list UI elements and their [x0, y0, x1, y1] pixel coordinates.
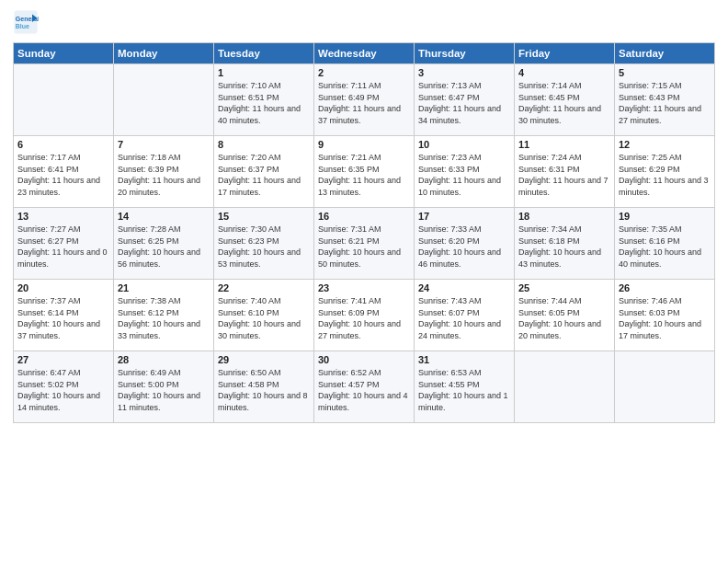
- svg-text:Blue: Blue: [16, 23, 29, 29]
- day-info: Sunrise: 7:44 AM Sunset: 6:05 PM Dayligh…: [518, 295, 610, 341]
- day-cell: 19Sunrise: 7:35 AM Sunset: 6:16 PM Dayli…: [615, 208, 715, 280]
- day-info: Sunrise: 7:27 AM Sunset: 6:27 PM Dayligh…: [17, 224, 109, 270]
- day-cell: 31Sunrise: 6:53 AM Sunset: 4:55 PM Dayli…: [415, 351, 515, 423]
- day-info: Sunrise: 6:50 AM Sunset: 4:58 PM Dayligh…: [218, 367, 310, 413]
- header-row: SundayMondayTuesdayWednesdayThursdayFrid…: [14, 43, 715, 64]
- day-number: 15: [218, 211, 310, 222]
- header: General Blue: [13, 9, 715, 35]
- col-header-thursday: Thursday: [415, 43, 515, 64]
- day-number: 3: [418, 67, 510, 78]
- day-number: 5: [619, 67, 711, 78]
- day-info: Sunrise: 6:53 AM Sunset: 4:55 PM Dayligh…: [418, 367, 510, 413]
- day-info: Sunrise: 7:43 AM Sunset: 6:07 PM Dayligh…: [418, 295, 510, 341]
- day-number: 28: [118, 354, 210, 365]
- col-header-sunday: Sunday: [14, 43, 114, 64]
- day-number: 30: [318, 354, 410, 365]
- day-info: Sunrise: 7:17 AM Sunset: 6:41 PM Dayligh…: [17, 152, 109, 198]
- day-cell: 25Sunrise: 7:44 AM Sunset: 6:05 PM Dayli…: [515, 280, 615, 351]
- week-row-5: 27Sunrise: 6:47 AM Sunset: 5:02 PM Dayli…: [14, 351, 715, 423]
- day-info: Sunrise: 7:31 AM Sunset: 6:21 PM Dayligh…: [318, 224, 410, 270]
- week-row-3: 13Sunrise: 7:27 AM Sunset: 6:27 PM Dayli…: [14, 208, 715, 280]
- day-info: Sunrise: 6:47 AM Sunset: 5:02 PM Dayligh…: [17, 367, 109, 413]
- day-cell: 5Sunrise: 7:15 AM Sunset: 6:43 PM Daylig…: [615, 64, 715, 136]
- day-cell: 10Sunrise: 7:23 AM Sunset: 6:33 PM Dayli…: [415, 136, 515, 208]
- day-cell: 8Sunrise: 7:20 AM Sunset: 6:37 PM Daylig…: [214, 136, 314, 208]
- day-cell: 24Sunrise: 7:43 AM Sunset: 6:07 PM Dayli…: [415, 280, 515, 351]
- calendar-table: SundayMondayTuesdayWednesdayThursdayFrid…: [13, 42, 715, 423]
- day-info: Sunrise: 7:46 AM Sunset: 6:03 PM Dayligh…: [619, 295, 711, 341]
- day-info: Sunrise: 6:49 AM Sunset: 5:00 PM Dayligh…: [118, 367, 210, 413]
- day-cell: 20Sunrise: 7:37 AM Sunset: 6:14 PM Dayli…: [14, 280, 114, 351]
- day-number: 25: [518, 282, 610, 293]
- day-number: 16: [318, 211, 410, 222]
- day-number: 9: [318, 139, 410, 150]
- day-info: Sunrise: 7:28 AM Sunset: 6:25 PM Dayligh…: [118, 224, 210, 270]
- day-number: 7: [118, 139, 210, 150]
- day-number: 1: [218, 67, 310, 78]
- logo-icon: General Blue: [13, 9, 39, 35]
- day-cell: 7Sunrise: 7:18 AM Sunset: 6:39 PM Daylig…: [114, 136, 214, 208]
- day-number: 23: [318, 282, 410, 293]
- day-number: 18: [518, 211, 610, 222]
- day-cell: 27Sunrise: 6:47 AM Sunset: 5:02 PM Dayli…: [14, 351, 114, 423]
- day-info: Sunrise: 7:23 AM Sunset: 6:33 PM Dayligh…: [418, 152, 510, 198]
- week-row-2: 6Sunrise: 7:17 AM Sunset: 6:41 PM Daylig…: [14, 136, 715, 208]
- col-header-saturday: Saturday: [615, 43, 715, 64]
- day-number: 19: [619, 211, 711, 222]
- day-cell: 26Sunrise: 7:46 AM Sunset: 6:03 PM Dayli…: [615, 280, 715, 351]
- day-info: Sunrise: 7:10 AM Sunset: 6:51 PM Dayligh…: [218, 80, 310, 126]
- svg-rect-0: [14, 10, 37, 33]
- day-info: Sunrise: 7:21 AM Sunset: 6:35 PM Dayligh…: [318, 152, 410, 198]
- day-number: 21: [118, 282, 210, 293]
- day-cell: 28Sunrise: 6:49 AM Sunset: 5:00 PM Dayli…: [114, 351, 214, 423]
- day-cell: 17Sunrise: 7:33 AM Sunset: 6:20 PM Dayli…: [415, 208, 515, 280]
- day-cell: [114, 64, 214, 136]
- day-cell: 1Sunrise: 7:10 AM Sunset: 6:51 PM Daylig…: [214, 64, 314, 136]
- day-info: Sunrise: 7:20 AM Sunset: 6:37 PM Dayligh…: [218, 152, 310, 198]
- day-cell: 23Sunrise: 7:41 AM Sunset: 6:09 PM Dayli…: [314, 280, 415, 351]
- day-info: Sunrise: 7:40 AM Sunset: 6:10 PM Dayligh…: [218, 295, 310, 341]
- day-info: Sunrise: 7:11 AM Sunset: 6:49 PM Dayligh…: [318, 80, 410, 126]
- day-cell: 29Sunrise: 6:50 AM Sunset: 4:58 PM Dayli…: [214, 351, 314, 423]
- day-cell: [14, 64, 114, 136]
- day-cell: 13Sunrise: 7:27 AM Sunset: 6:27 PM Dayli…: [14, 208, 114, 280]
- day-info: Sunrise: 7:35 AM Sunset: 6:16 PM Dayligh…: [619, 224, 711, 270]
- day-cell: 11Sunrise: 7:24 AM Sunset: 6:31 PM Dayli…: [515, 136, 615, 208]
- day-info: Sunrise: 7:24 AM Sunset: 6:31 PM Dayligh…: [518, 152, 610, 198]
- day-info: Sunrise: 7:30 AM Sunset: 6:23 PM Dayligh…: [218, 224, 310, 270]
- day-number: 14: [118, 211, 210, 222]
- day-info: Sunrise: 7:25 AM Sunset: 6:29 PM Dayligh…: [619, 152, 711, 198]
- day-cell: 14Sunrise: 7:28 AM Sunset: 6:25 PM Dayli…: [114, 208, 214, 280]
- col-header-friday: Friday: [515, 43, 615, 64]
- day-number: 24: [418, 282, 510, 293]
- day-number: 22: [218, 282, 310, 293]
- col-header-wednesday: Wednesday: [314, 43, 415, 64]
- day-number: 10: [418, 139, 510, 150]
- day-cell: 2Sunrise: 7:11 AM Sunset: 6:49 PM Daylig…: [314, 64, 415, 136]
- day-cell: 18Sunrise: 7:34 AM Sunset: 6:18 PM Dayli…: [515, 208, 615, 280]
- day-cell: 16Sunrise: 7:31 AM Sunset: 6:21 PM Dayli…: [314, 208, 415, 280]
- day-cell: 6Sunrise: 7:17 AM Sunset: 6:41 PM Daylig…: [14, 136, 114, 208]
- day-number: 11: [518, 139, 610, 150]
- day-info: Sunrise: 7:14 AM Sunset: 6:45 PM Dayligh…: [518, 80, 610, 126]
- day-number: 26: [619, 282, 711, 293]
- day-info: Sunrise: 7:34 AM Sunset: 6:18 PM Dayligh…: [518, 224, 610, 270]
- col-header-monday: Monday: [114, 43, 214, 64]
- day-number: 2: [318, 67, 410, 78]
- logo: General Blue: [13, 9, 42, 35]
- day-cell: 30Sunrise: 6:52 AM Sunset: 4:57 PM Dayli…: [314, 351, 415, 423]
- day-number: 20: [17, 282, 109, 293]
- day-number: 17: [418, 211, 510, 222]
- day-number: 6: [17, 139, 109, 150]
- day-info: Sunrise: 7:15 AM Sunset: 6:43 PM Dayligh…: [619, 80, 711, 126]
- day-cell: 9Sunrise: 7:21 AM Sunset: 6:35 PM Daylig…: [314, 136, 415, 208]
- day-number: 29: [218, 354, 310, 365]
- day-number: 27: [17, 354, 109, 365]
- day-info: Sunrise: 7:18 AM Sunset: 6:39 PM Dayligh…: [118, 152, 210, 198]
- day-cell: 4Sunrise: 7:14 AM Sunset: 6:45 PM Daylig…: [515, 64, 615, 136]
- day-info: Sunrise: 7:41 AM Sunset: 6:09 PM Dayligh…: [318, 295, 410, 341]
- day-cell: 15Sunrise: 7:30 AM Sunset: 6:23 PM Dayli…: [214, 208, 314, 280]
- day-info: Sunrise: 7:13 AM Sunset: 6:47 PM Dayligh…: [418, 80, 510, 126]
- day-info: Sunrise: 7:38 AM Sunset: 6:12 PM Dayligh…: [118, 295, 210, 341]
- main-container: General Blue SundayMondayTuesdayWednesda…: [0, 0, 728, 431]
